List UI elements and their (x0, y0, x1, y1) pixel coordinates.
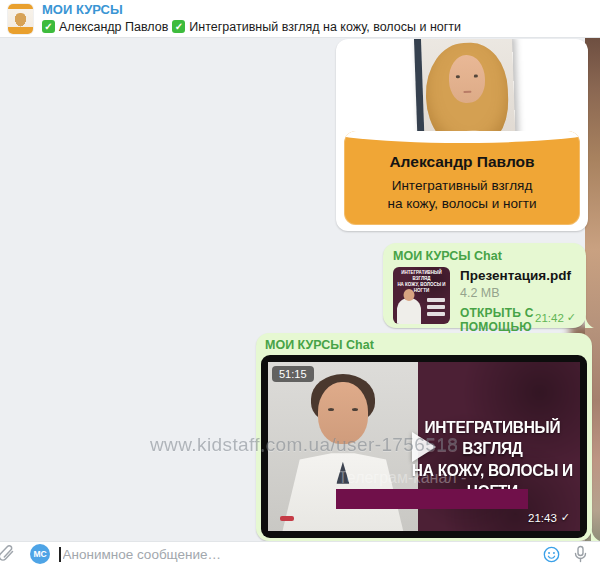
course-card-banner: Александр Павлов Интегративный взгляд на… (344, 131, 580, 225)
bubble-tail (591, 527, 600, 541)
banner-curve (344, 131, 580, 143)
video-timestamp: 21:43 (528, 512, 557, 524)
cover-eye (473, 75, 477, 78)
video-message-bubble: МОИ КУРСЫ Chat И (256, 333, 592, 541)
play-icon[interactable] (412, 432, 436, 462)
pdf-thumb-contact-box (427, 312, 445, 316)
verified-topic: Интегративный взгляд на кожу, волосы и н… (189, 20, 461, 34)
verified-check-icon: ✓ (42, 20, 55, 33)
cover-mouth (463, 91, 471, 93)
redaction-bar (336, 489, 528, 509)
sent-check-icon: ✓ (567, 311, 576, 324)
chat-avatar[interactable] (8, 4, 33, 34)
sender-avatar[interactable]: МС (30, 544, 50, 564)
pdf-thumb-speaker (397, 298, 421, 324)
pdf-timestamp: 21:42 (535, 312, 564, 324)
pdf-filesize: 4.2 MB (460, 286, 576, 300)
course-title-line1: Интегративный взгляд (344, 177, 580, 195)
chat-header-info[interactable]: МОИ КУРСЫ ✓ Александр Павлов ✓ Интеграти… (42, 3, 461, 34)
pdf-thumb-contact-box (427, 305, 445, 309)
course-title-line2: на кожу, волосы и ногти (344, 195, 580, 213)
message-composer: МС (0, 541, 600, 566)
chat-title: МОИ КУРСЫ (42, 3, 461, 18)
pdf-message-meta: 21:42 ✓ (535, 311, 576, 324)
course-title: Интегративный взгляд на кожу, волосы и н… (344, 177, 580, 212)
video-caption: Телеграм-канал - (305, 469, 498, 487)
microphone-icon[interactable] (573, 545, 588, 563)
pdf-thumbnail[interactable]: ИНТЕГРАТИВНЫЙ ВЗГЛЯД НА КОЖУ, ВОЛОСЫ И Н… (393, 267, 450, 324)
video-message-meta: 21:43 ✓ (528, 511, 570, 524)
message-list: Александр Павлов Интегративный взгляд на… (0, 38, 600, 541)
bubble-tail (585, 314, 594, 328)
verified-name: Александр Павлов (59, 20, 168, 34)
chat-subtitle: ✓ Александр Павлов ✓ Интегративный взгля… (42, 20, 461, 34)
cover-eye (455, 75, 459, 78)
video-sender-name[interactable]: МОИ КУРСЫ Chat (265, 338, 587, 352)
chat-header[interactable]: МОИ КУРСЫ ✓ Александр Павлов ✓ Интеграти… (0, 0, 600, 38)
pdf-thumb-line2: НА КОЖУ, ВОЛОСЫ И НОГТИ (393, 282, 450, 294)
verified-check-icon: ✓ (172, 20, 185, 33)
pdf-filename[interactable]: Презентация.pdf (460, 268, 576, 283)
pdf-thumb-line1: ИНТЕГРАТИВНЫЙ ВЗГЛЯД (393, 270, 450, 282)
telegram-chat-window: МОИ КУРСЫ ✓ Александр Павлов ✓ Интеграти… (0, 0, 600, 566)
text-caret (59, 547, 61, 562)
pdf-thumb-contact-box (427, 298, 445, 302)
speaker-eye (328, 408, 334, 411)
video-thumbnail: ИНТЕГРАТИВНЫЙ ВЗГЛЯД НА КОЖУ, ВОЛОСЫ И Н… (268, 362, 580, 531)
speaker-eye (352, 408, 358, 411)
video-duration-badge: 51:15 (272, 366, 314, 382)
pdf-message-bubble: МОИ КУРСЫ Chat ИНТЕГРАТИВНЫЙ ВЗГЛЯД НА К… (383, 243, 586, 328)
attach-paperclip-icon[interactable] (0, 544, 17, 564)
message-input[interactable] (63, 547, 544, 562)
video-player[interactable]: ИНТЕГРАТИВНЫЙ ВЗГЛЯД НА КОЖУ, ВОЛОСЫ И Н… (261, 355, 587, 538)
pdf-thumb-title: ИНТЕГРАТИВНЫЙ ВЗГЛЯД НА КОЖУ, ВОЛОСЫ И Н… (393, 267, 450, 293)
labcoat-logo (280, 516, 294, 521)
course-card-message[interactable]: Александр Павлов Интегративный взгляд на… (336, 39, 588, 231)
speaker-face (318, 382, 368, 444)
composer-actions (543, 545, 588, 563)
pdf-sender-name[interactable]: МОИ КУРСЫ Chat (393, 249, 576, 263)
sent-check-icon: ✓ (561, 511, 570, 524)
course-author: Александр Павлов (344, 153, 580, 171)
emoji-icon[interactable] (543, 546, 560, 563)
